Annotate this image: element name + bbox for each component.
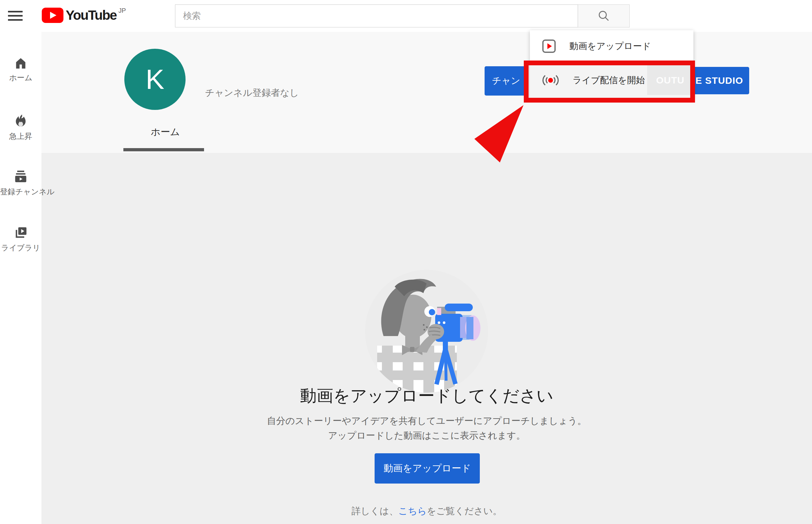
library-icon (13, 226, 28, 240)
go-live-icon (542, 74, 559, 87)
learn-more-suffix: をご覧ください。 (427, 506, 502, 516)
upload-video-icon (542, 39, 556, 53)
menu-item-label: 動画をアップロード (569, 40, 651, 52)
fire-icon (14, 114, 28, 128)
ghost-button-text: OUTU (647, 65, 694, 95)
channel-header: K チャンネル登録者なし ホーム チャン YOUTUBE STUDIO (42, 32, 812, 153)
search-input[interactable] (175, 4, 578, 28)
sidebar-item-home[interactable]: ホーム (0, 57, 42, 83)
tab-active-underline (123, 148, 204, 151)
menu-item-go-live[interactable]: OUTU ライブ配信を開始 (530, 62, 694, 98)
subscriber-count: チャンネル登録者なし (205, 87, 299, 99)
guide-sidebar: ホーム 急上昇 登録チャンネル ライブラリ (0, 32, 42, 524)
menu-item-upload-video[interactable]: 動画をアップロード (530, 30, 694, 62)
sidebar-item-subscriptions[interactable]: 登録チャンネル (0, 169, 42, 197)
learn-more-prefix: 詳しくは、 (351, 506, 398, 516)
search-bar (175, 4, 630, 28)
sidebar-item-trending[interactable]: 急上昇 (0, 114, 42, 142)
upload-video-button[interactable]: 動画をアップロード (375, 453, 480, 484)
sidebar-item-library[interactable]: ライブラリ (0, 226, 42, 253)
youtube-play-icon (42, 7, 63, 23)
upload-video-label: 動画をアップロード (383, 462, 471, 475)
logo-region-label: JP (118, 7, 126, 14)
top-toolbar: YouTube JP (0, 0, 812, 32)
sidebar-item-label: ライブラリ (0, 243, 42, 253)
channel-avatar-initial: K (146, 63, 164, 96)
empty-state-line2: アップロードした動画はここに表示されます。 (42, 429, 812, 442)
menu-item-label: ライブ配信を開始 (573, 74, 645, 86)
customize-channel-label: チャン (492, 75, 520, 87)
tab-home[interactable]: ホーム (125, 126, 206, 138)
sidebar-item-label: 登録チャンネル (0, 187, 42, 197)
create-dropdown-menu: 動画をアップロード OUTU ライブ配信を開始 (530, 30, 694, 98)
empty-state-line1: 自分のストーリーやアイデアを共有してユーザーにアプローチしましょう。 (42, 415, 812, 427)
youtube-logo[interactable]: YouTube JP (42, 7, 126, 23)
empty-state-title: 動画をアップロードしてください (42, 385, 812, 407)
sidebar-item-label: 急上昇 (0, 131, 42, 142)
menu-hamburger-icon[interactable] (8, 8, 23, 23)
learn-more-link[interactable]: こちら (398, 506, 427, 516)
home-icon (14, 57, 28, 69)
search-button[interactable] (578, 4, 630, 28)
subscriptions-icon (14, 169, 28, 183)
channel-home-empty-state: 動画をアップロードしてください 自分のストーリーやアイデアを共有してユーザーにア… (42, 153, 812, 524)
upload-illustration (364, 269, 489, 393)
customize-channel-button[interactable]: チャン (484, 66, 528, 96)
sidebar-item-label: ホーム (0, 72, 42, 83)
learn-more-note: 詳しくは、こちらをご覧ください。 (42, 505, 812, 518)
channel-avatar[interactable]: K (124, 49, 186, 110)
youtube-logo-text: YouTube (66, 7, 116, 23)
search-icon (598, 10, 610, 22)
